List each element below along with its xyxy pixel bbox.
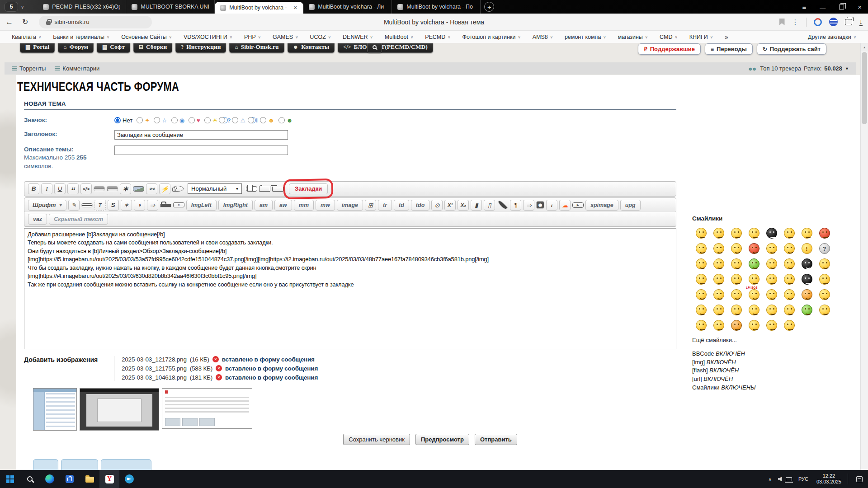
smiley[interactable]	[798, 302, 816, 318]
extension-ring-icon[interactable]	[814, 18, 822, 26]
block-outline-icon[interactable]: ▯	[484, 200, 495, 211]
nav-home-button[interactable]: ⌂ Sibir-Omsk.ru	[229, 43, 284, 53]
browser-tab[interactable]: MultiBoot by volchara - По ×	[392, 0, 481, 14]
site-search-button[interactable]	[367, 43, 382, 53]
pilcrow-icon[interactable]: ¶	[510, 200, 521, 211]
bold-button[interactable]: B	[28, 183, 39, 194]
message-textarea[interactable]: Добавил расширение [b]Закладки на сообще…	[24, 228, 676, 349]
pencil-icon[interactable]: ✎	[68, 200, 80, 211]
contrast-icon[interactable]: ◑	[134, 200, 145, 211]
browser-tab[interactable]: MultiBoot by volchara - ×	[215, 2, 303, 14]
tab-close-icon[interactable]: ×	[292, 5, 298, 11]
radio[interactable]	[137, 117, 143, 123]
smiley[interactable]	[727, 302, 745, 318]
lightning-icon[interactable]: ⚡	[159, 183, 170, 194]
info-icon[interactable]: i	[546, 200, 557, 211]
smiley[interactable]	[710, 272, 727, 287]
smiley[interactable]: ?	[816, 241, 833, 256]
radio[interactable]	[232, 117, 238, 123]
table-icon[interactable]: ⊞	[365, 200, 376, 211]
speech-bubble-icon[interactable]	[173, 202, 184, 207]
bookmark-folder[interactable]: ремонт компа	[565, 34, 606, 40]
smiley[interactable]	[798, 256, 816, 272]
smiley[interactable]	[692, 302, 710, 318]
smiley[interactable]	[816, 287, 833, 302]
tracker-stats[interactable]: ☻☻ Топ 10 трекера Ратио: 50.028 ▼	[748, 65, 849, 72]
smiley[interactable]	[780, 318, 798, 333]
taskbar-telegram-button[interactable]	[119, 470, 139, 488]
bookmark-folder[interactable]: UCOZ	[310, 34, 331, 40]
topic-icon-heart[interactable]: ♥	[189, 117, 200, 123]
smiley[interactable]	[727, 225, 745, 241]
italic-button[interactable]: I	[41, 183, 52, 194]
smiley-category-tab[interactable]	[61, 459, 98, 470]
code-button[interactable]: </>	[80, 183, 92, 194]
numbered-list-icon[interactable]	[107, 186, 118, 191]
submit-button[interactable]: Отправить	[475, 434, 517, 445]
bookmark-folder[interactable]: AMS8	[533, 34, 553, 40]
smiley[interactable]	[727, 256, 745, 272]
smiley[interactable]	[780, 241, 798, 256]
hidden-text-button[interactable]: Скрытый текст	[49, 214, 108, 225]
nav-builds-button[interactable]: ⊟ Сборки	[133, 43, 172, 53]
upg-button[interactable]: upg	[620, 200, 641, 211]
bookmark-folder[interactable]: DENWER	[343, 34, 373, 40]
smiley[interactable]	[763, 302, 780, 318]
smiley[interactable]	[816, 302, 833, 318]
browser-tab[interactable]: MultiBoot by volchara - Ли ×	[303, 0, 392, 14]
smiley[interactable]	[816, 256, 833, 272]
bookmark-folder[interactable]: КНИГИ	[689, 34, 713, 40]
smiley[interactable]	[745, 318, 763, 333]
topic-icon-fire[interactable]: ✦	[137, 117, 150, 123]
transfers-button[interactable]: ≡ Переводы	[705, 43, 753, 55]
link-icon[interactable]: ⚯	[146, 183, 157, 194]
downloads-icon[interactable]: ↓	[859, 18, 863, 26]
tr-button[interactable]: tr	[378, 200, 392, 211]
smiley[interactable]	[710, 287, 727, 302]
browser-tab[interactable]: PECMD-FILES(x32-x64)Op ×	[38, 0, 126, 14]
start-button[interactable]	[0, 470, 20, 488]
insert-image-icon[interactable]	[133, 186, 144, 192]
lock-icon[interactable]	[160, 204, 171, 207]
bookmarks-button[interactable]: Закладки	[289, 183, 328, 194]
remove-attachment-icon[interactable]	[216, 374, 222, 380]
bookmark-folder[interactable]: магазины	[618, 34, 648, 40]
taskbar-explorer-button[interactable]	[80, 470, 99, 488]
bookmark-folder[interactable]: Основные Сайты	[121, 34, 172, 40]
bookmarks-overflow-icon[interactable]: »	[725, 33, 728, 41]
smiley-category-tab[interactable]	[33, 459, 58, 470]
smiley[interactable]: LPI SOS	[745, 287, 763, 302]
nav-forum-button[interactable]: ⌂ Форум	[58, 43, 94, 53]
radio[interactable]	[248, 117, 254, 123]
arrow-icon[interactable]: ⇒	[147, 200, 158, 211]
textbox-icon[interactable]: T	[94, 200, 106, 211]
smiley[interactable]	[763, 272, 780, 287]
smiley[interactable]	[780, 272, 798, 287]
radio[interactable]	[219, 117, 225, 123]
display-tray-icon[interactable]	[786, 477, 792, 481]
supporters-button[interactable]: ₽ Поддержавшие	[638, 43, 701, 55]
spimage-button[interactable]: spimage	[585, 200, 618, 211]
minimize-icon[interactable]: —	[820, 5, 826, 11]
tdo-button[interactable]: tdo	[411, 200, 429, 211]
radio[interactable]	[278, 117, 285, 123]
smiley[interactable]	[763, 241, 780, 256]
topic-description-input[interactable]	[114, 145, 288, 155]
smiley[interactable]	[692, 287, 710, 302]
copy-icon[interactable]	[246, 186, 257, 192]
am-button[interactable]: am	[255, 200, 273, 211]
bookmark-folder[interactable]: Кваплата	[12, 34, 41, 40]
subnav-link[interactable]: Комментарии	[55, 65, 99, 72]
smiley[interactable]	[745, 302, 763, 318]
subnav-link[interactable]: Торренты	[12, 65, 46, 72]
smiley[interactable]	[692, 225, 710, 241]
nav-instructions-button[interactable]: ? Инструкции	[175, 43, 226, 53]
other-bookmarks[interactable]: Другие закладки	[808, 34, 856, 40]
td-button[interactable]: td	[394, 200, 409, 211]
bookmark-folder[interactable]: VDS/ХОСТИНГИ	[184, 34, 232, 40]
soundcloud-icon[interactable]: ☁	[559, 200, 571, 211]
mw-button[interactable]: mw	[316, 200, 335, 211]
language-indicator[interactable]: РУС	[797, 476, 810, 482]
scroll-up-icon[interactable]: ▲	[861, 43, 868, 51]
smiley[interactable]	[745, 256, 763, 272]
